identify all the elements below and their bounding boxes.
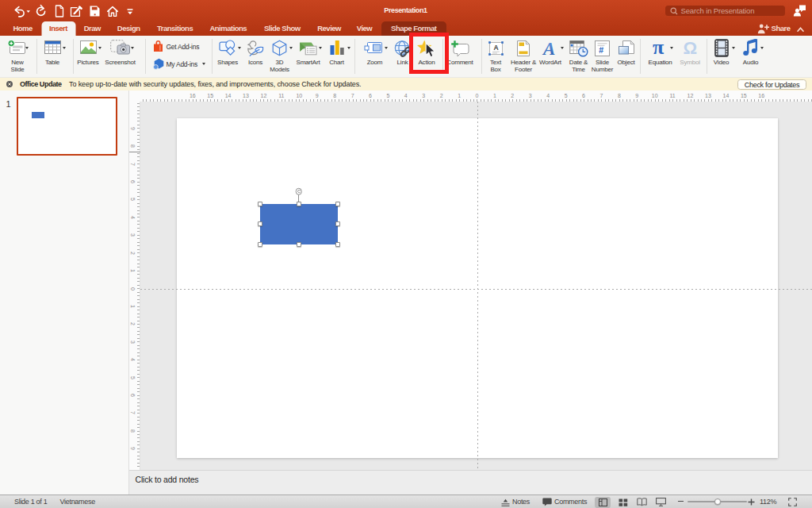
svg-text:Ω: Ω: [684, 39, 698, 57]
svg-text:A: A: [493, 44, 498, 52]
svg-text:A: A: [542, 39, 555, 57]
svg-text:#: #: [599, 45, 603, 55]
svg-text:π: π: [653, 39, 664, 57]
